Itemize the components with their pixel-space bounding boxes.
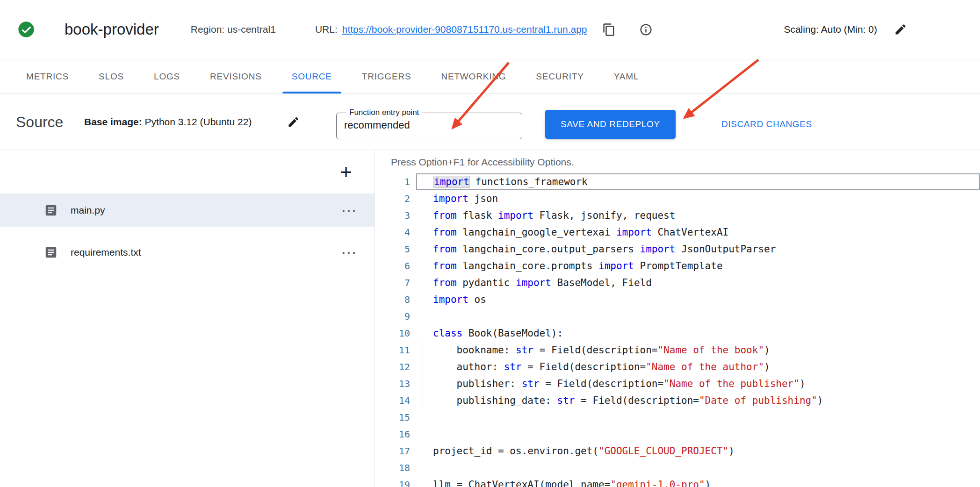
code-line[interactable]: author: str = Field(description="Name of… — [416, 358, 980, 375]
pencil-icon — [894, 23, 907, 36]
more-options-icon[interactable]: ⋯ — [341, 244, 358, 260]
code-line-row: 17project_id = os.environ.get("GOOGLE_CL… — [375, 443, 980, 459]
copy-url-button[interactable] — [599, 20, 619, 39]
line-number: 14 — [375, 392, 416, 409]
tab-revisions[interactable]: REVISIONS — [195, 59, 277, 93]
code-line[interactable]: import json — [416, 190, 980, 207]
code-line[interactable]: import functions_framework — [416, 173, 980, 190]
code-line[interactable] — [416, 308, 980, 325]
code-line[interactable] — [416, 459, 980, 476]
tab-metrics[interactable]: METRICS — [11, 59, 84, 93]
add-file-button[interactable]: + — [336, 162, 356, 182]
source-toolbar: Source Base image: Python 3.12 (Ubuntu 2… — [0, 94, 980, 150]
file-icon — [44, 245, 58, 259]
scaling-label: Scaling: Auto (Min: 0) — [784, 24, 877, 35]
line-number: 12 — [375, 358, 416, 375]
line-number: 4 — [375, 224, 416, 241]
code-line[interactable]: import os — [416, 291, 980, 308]
tab-security[interactable]: SECURITY — [521, 59, 598, 93]
line-number: 17 — [375, 443, 416, 459]
code-line[interactable]: bookname: str = Field(description="Name … — [416, 342, 980, 358]
code-line[interactable]: project_id = os.environ.get("GOOGLE_CLOU… — [416, 443, 980, 459]
code-line[interactable]: llm = ChatVertexAI(model_name="gemini-1.… — [416, 476, 980, 487]
service-header: book-provider Region: us-central1 URL: h… — [0, 0, 980, 59]
code-line-row: 19llm = ChatVertexAI(model_name="gemini-… — [375, 476, 980, 487]
edit-base-image-button[interactable] — [284, 113, 303, 131]
tab-source[interactable]: SOURCE — [277, 59, 347, 93]
tab-yaml[interactable]: YAML — [599, 59, 654, 93]
base-image-label: Base image: Python 3.12 (Ubuntu 22) — [84, 116, 252, 128]
region-label: Region: us-central1 — [191, 24, 276, 35]
line-number: 7 — [375, 274, 416, 291]
section-title: Source — [16, 113, 63, 130]
line-number: 18 — [375, 459, 416, 476]
code-line-row: 18 — [375, 459, 980, 476]
service-url-link[interactable]: https://book-provider-908087151170.us-ce… — [342, 24, 587, 35]
function-entry-point-input[interactable] — [343, 119, 502, 132]
line-number: 13 — [375, 375, 416, 392]
code-line-row: 4from langchain_google_vertexai import C… — [375, 224, 980, 241]
code-line[interactable] — [416, 409, 980, 426]
code-line-row: 16 — [375, 426, 980, 443]
line-number: 16 — [375, 426, 416, 443]
tab-triggers[interactable]: TRIGGERS — [347, 59, 426, 93]
code-line[interactable]: from pydantic import BaseModel, Field — [416, 274, 980, 291]
save-and-redeploy-button[interactable]: SAVE AND REDEPLOY — [545, 110, 676, 139]
info-icon — [639, 23, 653, 36]
line-number: 2 — [375, 190, 416, 207]
tab-networking[interactable]: NETWORKING — [426, 59, 521, 93]
file-name: requirements.txt — [71, 247, 141, 258]
line-number: 3 — [375, 207, 416, 224]
info-button[interactable] — [636, 20, 656, 39]
line-number: 1 — [375, 173, 416, 190]
code-line-row: 10class Book(BaseModel): — [375, 325, 980, 342]
line-number: 8 — [375, 291, 416, 308]
tab-logs[interactable]: LOGS — [139, 59, 195, 93]
file-list: main.py⋯requirements.txt⋯ — [0, 193, 375, 269]
line-number: 5 — [375, 241, 416, 258]
line-number: 10 — [375, 325, 416, 342]
line-number: 19 — [375, 476, 416, 487]
line-number: 9 — [375, 308, 416, 325]
accessibility-note: Press Option+F1 for Accessibility Option… — [375, 150, 980, 173]
code-line[interactable]: publishing_date: str = Field(description… — [416, 392, 980, 409]
pencil-icon — [287, 115, 300, 128]
page-title: book-provider — [65, 21, 159, 38]
function-entry-point-field: Function entry point — [336, 108, 522, 139]
code-line-row: 2import json — [375, 190, 980, 207]
green-check-icon — [17, 20, 36, 39]
function-entry-point-label: Function entry point — [346, 108, 422, 117]
code-line-row: 15 — [375, 409, 980, 426]
base-image-key: Base image: — [84, 116, 142, 127]
code-line-row: 11 bookname: str = Field(description="Na… — [375, 342, 980, 358]
code-line[interactable]: from langchain_core.prompts import Promp… — [416, 258, 980, 274]
base-image-value: Python 3.12 (Ubuntu 22) — [145, 116, 252, 127]
file-item-main.py[interactable]: main.py⋯ — [0, 193, 375, 227]
copy-icon — [602, 23, 616, 36]
code-line[interactable]: from flask import Flask, jsonify, reques… — [416, 207, 980, 224]
discard-changes-button[interactable]: DISCARD CHANGES — [719, 110, 815, 139]
file-explorer-panel: + main.py⋯requirements.txt⋯ — [0, 150, 375, 487]
code-lines: 1import functions_framework2import json3… — [375, 173, 980, 487]
code-line[interactable]: from langchain_google_vertexai import Ch… — [416, 224, 980, 241]
code-line-row: 1import functions_framework — [375, 173, 980, 190]
file-name: main.py — [71, 205, 105, 216]
code-line[interactable]: from langchain_core.output_parsers impor… — [416, 241, 980, 258]
line-number: 11 — [375, 342, 416, 358]
code-line[interactable]: class Book(BaseModel): — [416, 325, 980, 342]
code-line-row: 14 publishing_date: str = Field(descript… — [375, 392, 980, 409]
url-label: URL: — [315, 24, 338, 35]
line-number: 6 — [375, 258, 416, 274]
code-line-row: 8import os — [375, 291, 980, 308]
tab-slos[interactable]: SLOS — [84, 59, 139, 93]
code-line[interactable] — [416, 426, 980, 443]
more-options-icon[interactable]: ⋯ — [341, 202, 358, 218]
code-line-row: 9 — [375, 308, 980, 325]
edit-scaling-button[interactable] — [891, 20, 910, 39]
file-icon — [44, 203, 58, 217]
code-line[interactable]: publisher: str = Field(description="Name… — [416, 375, 980, 392]
code-editor: Press Option+F1 for Accessibility Option… — [375, 150, 980, 487]
code-line-row: 12 author: str = Field(description="Name… — [375, 358, 980, 375]
file-item-requirements.txt[interactable]: requirements.txt⋯ — [0, 236, 375, 269]
code-line-row: 13 publisher: str = Field(description="N… — [375, 375, 980, 392]
